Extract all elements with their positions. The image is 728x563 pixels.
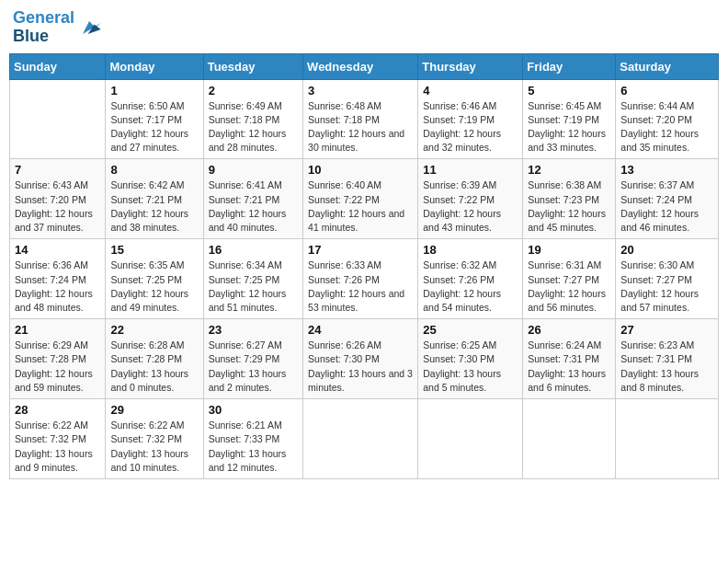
day-number: 12 xyxy=(528,163,610,177)
calendar-cell: 4Sunrise: 6:46 AM Sunset: 7:19 PM Daylig… xyxy=(418,79,523,159)
day-info: Sunrise: 6:31 AM Sunset: 7:27 PM Dayligh… xyxy=(528,259,610,315)
day-number: 18 xyxy=(423,243,518,257)
day-info: Sunrise: 6:41 AM Sunset: 7:21 PM Dayligh… xyxy=(209,178,298,235)
day-info: Sunrise: 6:25 AM Sunset: 7:30 PM Dayligh… xyxy=(423,339,518,395)
day-number: 10 xyxy=(308,163,413,177)
calendar-cell: 5Sunrise: 6:45 AM Sunset: 7:19 PM Daylig… xyxy=(523,79,616,159)
day-info: Sunrise: 6:29 AM Sunset: 7:28 PM Dayligh… xyxy=(15,339,100,395)
day-number: 1 xyxy=(110,84,198,98)
day-number: 15 xyxy=(110,243,198,257)
day-number: 4 xyxy=(423,84,518,98)
day-info: Sunrise: 6:43 AM Sunset: 7:20 PM Dayligh… xyxy=(15,178,100,235)
calendar-cell: 20Sunrise: 6:30 AM Sunset: 7:27 PM Dayli… xyxy=(616,239,719,319)
page-header: GeneralBlue xyxy=(9,9,719,46)
weekday-header-wednesday: Wednesday xyxy=(303,53,418,79)
calendar-cell: 9Sunrise: 6:41 AM Sunset: 7:21 PM Daylig… xyxy=(203,159,302,239)
day-info: Sunrise: 6:40 AM Sunset: 7:22 PM Dayligh… xyxy=(308,178,413,235)
calendar-cell: 23Sunrise: 6:27 AM Sunset: 7:29 PM Dayli… xyxy=(203,319,302,399)
day-info: Sunrise: 6:44 AM Sunset: 7:20 PM Dayligh… xyxy=(620,99,713,155)
calendar-cell: 16Sunrise: 6:34 AM Sunset: 7:25 PM Dayli… xyxy=(203,239,302,319)
day-info: Sunrise: 6:39 AM Sunset: 7:22 PM Dayligh… xyxy=(423,178,518,235)
calendar-cell: 17Sunrise: 6:33 AM Sunset: 7:26 PM Dayli… xyxy=(303,239,418,319)
day-info: Sunrise: 6:32 AM Sunset: 7:26 PM Dayligh… xyxy=(423,259,518,315)
day-number: 3 xyxy=(308,84,413,98)
day-number: 23 xyxy=(209,323,298,337)
day-info: Sunrise: 6:37 AM Sunset: 7:24 PM Dayligh… xyxy=(620,178,713,235)
day-info: Sunrise: 6:24 AM Sunset: 7:31 PM Dayligh… xyxy=(528,339,610,395)
calendar-cell: 15Sunrise: 6:35 AM Sunset: 7:25 PM Dayli… xyxy=(106,239,203,319)
day-info: Sunrise: 6:49 AM Sunset: 7:18 PM Dayligh… xyxy=(209,99,298,155)
day-number: 21 xyxy=(15,323,100,337)
calendar-cell: 7Sunrise: 6:43 AM Sunset: 7:20 PM Daylig… xyxy=(10,159,106,239)
calendar-week-5: 28Sunrise: 6:22 AM Sunset: 7:32 PM Dayli… xyxy=(10,399,719,479)
day-number: 28 xyxy=(15,403,100,417)
calendar-week-2: 7Sunrise: 6:43 AM Sunset: 7:20 PM Daylig… xyxy=(10,159,719,239)
day-number: 24 xyxy=(308,323,413,337)
weekday-header-sunday: Sunday xyxy=(10,53,106,79)
calendar-cell: 3Sunrise: 6:48 AM Sunset: 7:18 PM Daylig… xyxy=(303,79,418,159)
day-number: 14 xyxy=(15,243,100,257)
calendar-cell: 21Sunrise: 6:29 AM Sunset: 7:28 PM Dayli… xyxy=(10,319,106,399)
day-number: 7 xyxy=(15,163,100,177)
day-number: 22 xyxy=(110,323,198,337)
calendar-cell: 30Sunrise: 6:21 AM Sunset: 7:33 PM Dayli… xyxy=(203,399,302,479)
day-info: Sunrise: 6:46 AM Sunset: 7:19 PM Dayligh… xyxy=(423,99,518,155)
day-info: Sunrise: 6:30 AM Sunset: 7:27 PM Dayligh… xyxy=(620,259,713,315)
weekday-header-friday: Friday xyxy=(523,53,616,79)
day-info: Sunrise: 6:21 AM Sunset: 7:33 PM Dayligh… xyxy=(209,419,298,475)
calendar-cell: 24Sunrise: 6:26 AM Sunset: 7:30 PM Dayli… xyxy=(303,319,418,399)
day-info: Sunrise: 6:36 AM Sunset: 7:24 PM Dayligh… xyxy=(15,259,100,315)
day-number: 2 xyxy=(209,84,298,98)
calendar-week-3: 14Sunrise: 6:36 AM Sunset: 7:24 PM Dayli… xyxy=(10,239,719,319)
day-number: 16 xyxy=(209,243,298,257)
calendar-cell: 12Sunrise: 6:38 AM Sunset: 7:23 PM Dayli… xyxy=(523,159,616,239)
logo: GeneralBlue xyxy=(13,9,102,46)
calendar-cell: 6Sunrise: 6:44 AM Sunset: 7:20 PM Daylig… xyxy=(616,79,719,159)
calendar-cell: 2Sunrise: 6:49 AM Sunset: 7:18 PM Daylig… xyxy=(203,79,302,159)
calendar-cell xyxy=(523,399,616,479)
day-number: 6 xyxy=(620,84,713,98)
logo-text: GeneralBlue xyxy=(13,9,74,46)
calendar-cell: 13Sunrise: 6:37 AM Sunset: 7:24 PM Dayli… xyxy=(616,159,719,239)
calendar-cell xyxy=(10,79,106,159)
day-info: Sunrise: 6:35 AM Sunset: 7:25 PM Dayligh… xyxy=(110,259,198,315)
weekday-header-row: SundayMondayTuesdayWednesdayThursdayFrid… xyxy=(10,53,719,79)
calendar-cell: 27Sunrise: 6:23 AM Sunset: 7:31 PM Dayli… xyxy=(616,319,719,399)
day-number: 5 xyxy=(528,84,610,98)
day-number: 25 xyxy=(423,323,518,337)
day-number: 20 xyxy=(620,243,713,257)
calendar-cell: 14Sunrise: 6:36 AM Sunset: 7:24 PM Dayli… xyxy=(10,239,106,319)
day-number: 29 xyxy=(110,403,198,417)
calendar-cell: 11Sunrise: 6:39 AM Sunset: 7:22 PM Dayli… xyxy=(418,159,523,239)
day-info: Sunrise: 6:27 AM Sunset: 7:29 PM Dayligh… xyxy=(209,339,298,395)
calendar-cell: 8Sunrise: 6:42 AM Sunset: 7:21 PM Daylig… xyxy=(106,159,203,239)
day-info: Sunrise: 6:38 AM Sunset: 7:23 PM Dayligh… xyxy=(528,178,610,235)
logo-icon xyxy=(76,15,102,40)
calendar-cell xyxy=(418,399,523,479)
day-info: Sunrise: 6:34 AM Sunset: 7:25 PM Dayligh… xyxy=(209,259,298,315)
day-number: 8 xyxy=(110,163,198,177)
day-info: Sunrise: 6:22 AM Sunset: 7:32 PM Dayligh… xyxy=(110,419,198,475)
calendar-cell: 25Sunrise: 6:25 AM Sunset: 7:30 PM Dayli… xyxy=(418,319,523,399)
day-info: Sunrise: 6:48 AM Sunset: 7:18 PM Dayligh… xyxy=(308,99,413,155)
day-number: 30 xyxy=(209,403,298,417)
calendar-cell: 18Sunrise: 6:32 AM Sunset: 7:26 PM Dayli… xyxy=(418,239,523,319)
calendar-cell xyxy=(303,399,418,479)
calendar-week-1: 1Sunrise: 6:50 AM Sunset: 7:17 PM Daylig… xyxy=(10,79,719,159)
day-info: Sunrise: 6:28 AM Sunset: 7:28 PM Dayligh… xyxy=(110,339,198,395)
day-number: 19 xyxy=(528,243,610,257)
day-info: Sunrise: 6:22 AM Sunset: 7:32 PM Dayligh… xyxy=(15,419,100,475)
calendar-cell: 19Sunrise: 6:31 AM Sunset: 7:27 PM Dayli… xyxy=(523,239,616,319)
day-number: 13 xyxy=(620,163,713,177)
day-number: 27 xyxy=(620,323,713,337)
day-number: 9 xyxy=(209,163,298,177)
calendar-cell: 22Sunrise: 6:28 AM Sunset: 7:28 PM Dayli… xyxy=(106,319,203,399)
day-number: 26 xyxy=(528,323,610,337)
calendar-cell xyxy=(616,399,719,479)
day-info: Sunrise: 6:45 AM Sunset: 7:19 PM Dayligh… xyxy=(528,99,610,155)
day-number: 11 xyxy=(423,163,518,177)
calendar-table: SundayMondayTuesdayWednesdayThursdayFrid… xyxy=(9,53,719,479)
day-info: Sunrise: 6:42 AM Sunset: 7:21 PM Dayligh… xyxy=(110,178,198,235)
calendar-week-4: 21Sunrise: 6:29 AM Sunset: 7:28 PM Dayli… xyxy=(10,319,719,399)
day-info: Sunrise: 6:26 AM Sunset: 7:30 PM Dayligh… xyxy=(308,339,413,395)
